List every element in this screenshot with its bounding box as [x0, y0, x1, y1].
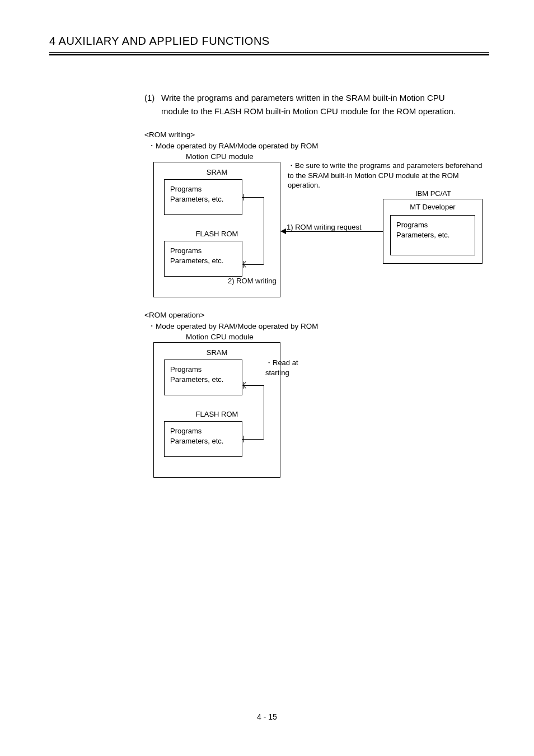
ibm-pcat-label: IBM PC/AT — [400, 189, 467, 199]
mt-developer-label: MT Developer — [383, 203, 482, 211]
numbered-item-1: (1) Write the programs and parameters wr… — [144, 91, 472, 118]
rom-writing-request-label: 1) ROM writing request — [287, 222, 362, 232]
rom-writing-step-label: 2) ROM writing — [228, 276, 277, 286]
sram-content-box-2: Programs Parameters, etc. — [164, 360, 242, 395]
page-number: 4 - 15 — [0, 712, 534, 721]
flash-label: FLASH ROM — [154, 230, 280, 238]
mt-content-box: Programs Parameters, etc. — [390, 215, 475, 255]
page-header: 4 AUXILIARY AND APPLIED FUNCTIONS — [49, 35, 489, 52]
module-title-1: Motion CPU module — [186, 152, 489, 161]
sram-label: SRAM — [154, 168, 280, 176]
sram-label-2: SRAM — [154, 348, 280, 357]
rom-writing-diagram: SRAM Programs Parameters, etc. FLASH ROM… — [153, 162, 489, 303]
item-number: (1) — [144, 91, 161, 118]
flash-content-box: Programs Parameters, etc. — [164, 241, 242, 277]
rom-operation-title: <ROM operation> — [144, 311, 489, 319]
flash-content-box-2: Programs Parameters, etc. — [164, 421, 242, 457]
rom-operation-mode: ・Mode operated by RAM/Mode operated by R… — [148, 321, 489, 332]
sram-content-box: Programs Parameters, etc. — [164, 179, 242, 215]
rom-writing-mode: ・Mode operated by RAM/Mode operated by R… — [148, 141, 489, 151]
rom-writing-note: ・Be sure to write the programs and param… — [288, 161, 484, 190]
flash-label-2: FLASH ROM — [154, 410, 280, 418]
rom-operation-diagram: SRAM Programs Parameters, etc. FLASH ROM… — [153, 342, 489, 482]
rom-writing-title: <ROM writing> — [144, 130, 489, 139]
module-title-2: Motion CPU module — [186, 333, 489, 341]
item-text: Write the programs and parameters writte… — [161, 91, 472, 118]
header-rule — [49, 52, 489, 55]
read-at-starting-label: ・Read at starting — [265, 358, 305, 377]
